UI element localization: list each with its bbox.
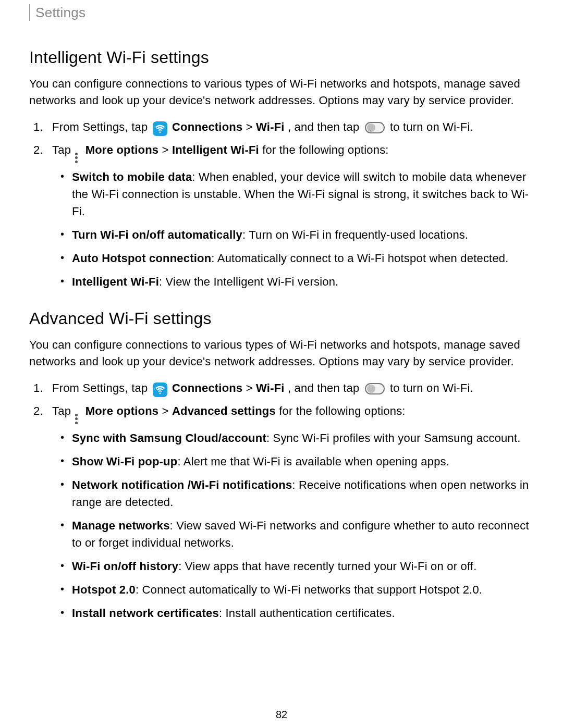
bullet-text: : Sync Wi-Fi profiles with your Samsung … — [266, 431, 521, 445]
bullet-item: Wi-Fi on/off history: View apps that hav… — [72, 558, 534, 575]
breadcrumb-divider — [29, 4, 30, 21]
step-number: 2. — [33, 402, 43, 420]
submenu-label: Intelligent Wi-Fi — [172, 143, 259, 156]
step-number: 1. — [33, 118, 43, 136]
bullet-item: Network notification /Wi-Fi notification… — [72, 476, 534, 511]
bullet-label: Intelligent Wi-Fi — [72, 275, 159, 288]
bullet-item: Manage networks: View saved Wi-Fi networ… — [72, 517, 534, 551]
breadcrumb: Settings — [29, 0, 534, 21]
toggle-off-icon — [365, 122, 385, 133]
step-text: Tap — [52, 143, 74, 156]
bullet-text: : Install authentication certificates. — [219, 607, 395, 620]
step-text: From Settings, tap — [52, 120, 151, 133]
bullet-item: Intelligent Wi-Fi: View the Intelligent … — [72, 273, 534, 290]
step-text: , and then tap — [288, 120, 363, 133]
bullet-text: : View apps that have recently turned yo… — [178, 560, 476, 573]
breadcrumb-text: Settings — [35, 5, 85, 21]
more-options-label: More options — [85, 143, 159, 156]
bullet-item: Hotspot 2.0: Connect automatically to Wi… — [72, 581, 534, 598]
step-text: for the following options: — [279, 404, 405, 417]
section-heading: Intelligent Wi-Fi settings — [29, 48, 534, 67]
step-text: , and then tap — [288, 381, 363, 394]
connections-label: Connections — [172, 381, 242, 394]
bullet-label: Wi-Fi on/off history — [72, 560, 178, 573]
step-text: Tap — [52, 404, 74, 417]
section-intro: You can configure connections to various… — [29, 337, 534, 370]
bullet-item: Turn Wi-Fi on/off automatically: Turn on… — [72, 226, 534, 243]
bullet-label: Show Wi-Fi pop-up — [72, 455, 177, 468]
more-options-label: More options — [85, 404, 159, 417]
connections-label: Connections — [172, 120, 242, 133]
step-number: 2. — [33, 141, 43, 159]
bullet-item: Sync with Samsung Cloud/account: Sync Wi… — [72, 429, 534, 447]
page-number: 82 — [0, 709, 563, 721]
step-text: to turn on Wi-Fi. — [390, 120, 473, 133]
bullet-label: Turn Wi-Fi on/off automatically — [72, 228, 242, 241]
separator: > — [162, 143, 172, 156]
bullet-item: Auto Hotspot connection: Automatically c… — [72, 250, 534, 267]
section-heading: Advanced Wi-Fi settings — [29, 309, 534, 328]
bullet-label: Switch to mobile data — [72, 170, 192, 183]
more-options-icon — [75, 153, 79, 163]
section-intro: You can configure connections to various… — [29, 76, 534, 109]
submenu-label: Advanced settings — [172, 404, 276, 417]
step-text: to turn on Wi-Fi. — [390, 381, 473, 394]
bullet-label: Manage networks — [72, 519, 170, 532]
wifi-label: Wi-Fi — [256, 120, 285, 133]
separator: > — [246, 381, 256, 394]
bullet-list: Sync with Samsung Cloud/account: Sync Wi… — [52, 429, 534, 622]
bullet-item: Install network certificates: Install au… — [72, 604, 534, 622]
wifi-icon — [153, 121, 167, 136]
step-list: 1. From Settings, tap Connections > Wi-F… — [29, 118, 534, 290]
bullet-text: : Turn on Wi-Fi in frequently-used locat… — [242, 228, 468, 241]
step-item: 1. From Settings, tap Connections > Wi-F… — [52, 379, 534, 397]
bullet-label: Hotspot 2.0 — [72, 583, 136, 596]
bullet-item: Show Wi-Fi pop-up: Alert me that Wi-Fi i… — [72, 453, 534, 470]
document-page: Settings Intelligent Wi-Fi settings You … — [0, 0, 563, 728]
step-item: 2. Tap More options > Intelligent Wi-Fi … — [52, 141, 534, 290]
bullet-text: : Automatically connect to a Wi-Fi hotsp… — [211, 252, 508, 265]
step-item: 1. From Settings, tap Connections > Wi-F… — [52, 118, 534, 136]
bullet-label: Network notification /Wi-Fi notification… — [72, 478, 292, 491]
separator: > — [246, 120, 256, 133]
separator: > — [162, 404, 172, 417]
bullet-label: Auto Hotspot connection — [72, 252, 211, 265]
bullet-text: : View the Intelligent Wi-Fi version. — [159, 275, 338, 288]
bullet-text: : Connect automatically to Wi-Fi network… — [136, 583, 482, 596]
toggle-off-icon — [365, 383, 385, 394]
more-options-icon — [75, 414, 79, 424]
step-list: 1. From Settings, tap Connections > Wi-F… — [29, 379, 534, 622]
bullet-label: Install network certificates — [72, 607, 219, 620]
bullet-label: Sync with Samsung Cloud/account — [72, 431, 266, 445]
step-text: for the following options: — [262, 143, 388, 156]
bullet-list: Switch to mobile data: When enabled, you… — [52, 168, 534, 290]
wifi-label: Wi-Fi — [256, 381, 285, 394]
step-number: 1. — [33, 379, 43, 397]
step-item: 2. Tap More options > Advanced settings … — [52, 402, 534, 622]
wifi-icon — [153, 382, 167, 397]
bullet-text: : Alert me that Wi-Fi is available when … — [177, 455, 449, 468]
bullet-item: Switch to mobile data: When enabled, you… — [72, 168, 534, 220]
step-text: From Settings, tap — [52, 381, 151, 394]
